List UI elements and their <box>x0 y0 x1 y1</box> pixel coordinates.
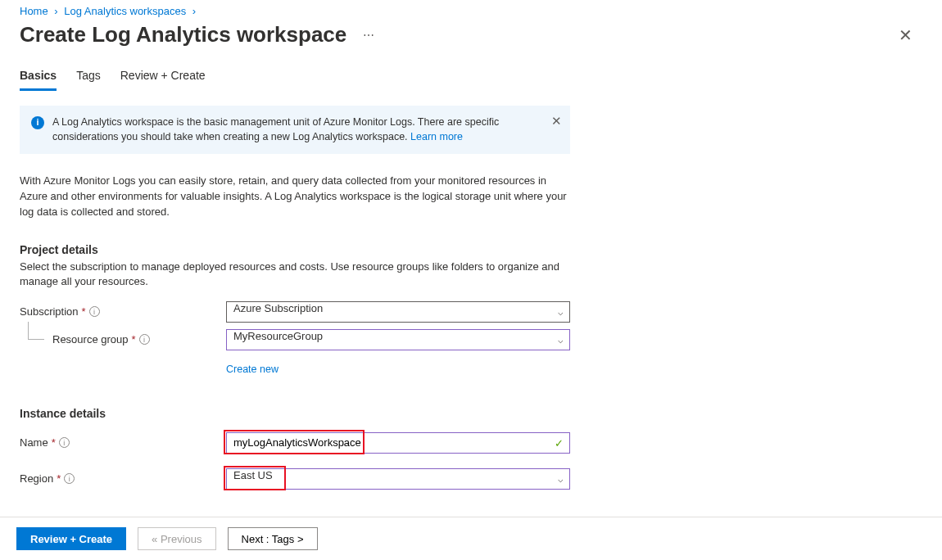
resource-group-label: Resource group * i <box>20 333 226 345</box>
help-icon[interactable]: i <box>89 306 100 317</box>
project-details-sub: Select the subscription to manage deploy… <box>20 260 570 289</box>
subscription-select[interactable]: Azure Subscription <box>226 301 570 323</box>
region-select[interactable]: East US <box>226 468 570 490</box>
help-icon[interactable]: i <box>59 437 70 448</box>
required-indicator: * <box>132 333 136 345</box>
info-banner: i A Log Analytics workspace is the basic… <box>20 106 570 154</box>
help-icon[interactable]: i <box>139 334 150 345</box>
breadcrumb-home[interactable]: Home <box>20 5 48 17</box>
breadcrumb-sep: › <box>192 5 196 17</box>
tree-connector <box>28 322 44 340</box>
resource-group-select[interactable]: MyResourceGroup <box>226 329 570 350</box>
more-actions-icon[interactable]: ⋯ <box>363 29 376 42</box>
dismiss-info-icon[interactable]: ✕ <box>551 112 562 129</box>
tabs: Basics Tags Review + Create <box>0 64 942 91</box>
info-icon: i <box>31 116 44 129</box>
subscription-label: Subscription * i <box>20 305 226 318</box>
project-details-heading: Project details <box>20 243 570 256</box>
required-indicator: * <box>82 305 86 318</box>
page-title: Create Log Analytics workspace <box>20 22 346 47</box>
page-header: Create Log Analytics workspace ⋯ ✕ <box>0 19 942 64</box>
breadcrumb-parent[interactable]: Log Analytics workspaces <box>64 5 186 17</box>
close-icon[interactable]: ✕ <box>899 27 913 43</box>
tab-basics[interactable]: Basics <box>20 64 57 91</box>
required-indicator: * <box>57 472 61 485</box>
breadcrumb-sep: › <box>54 5 57 17</box>
tab-tags[interactable]: Tags <box>76 64 101 91</box>
check-icon: ✓ <box>555 436 564 449</box>
create-new-rg-link[interactable]: Create new <box>226 364 279 375</box>
learn-more-link[interactable]: Learn more <box>410 131 463 142</box>
name-input[interactable] <box>226 432 570 454</box>
help-icon[interactable]: i <box>64 473 75 484</box>
tab-review[interactable]: Review + Create <box>120 64 206 91</box>
info-text: A Log Analytics workspace is the basic m… <box>52 115 541 144</box>
instance-details-heading: Instance details <box>20 407 570 420</box>
region-label: Region * i <box>20 472 226 485</box>
breadcrumb: Home › Log Analytics workspaces › <box>0 0 942 19</box>
required-indicator: * <box>52 436 56 449</box>
name-label: Name * i <box>20 436 226 449</box>
description-text: With Azure Monitor Logs you can easily s… <box>20 174 570 220</box>
